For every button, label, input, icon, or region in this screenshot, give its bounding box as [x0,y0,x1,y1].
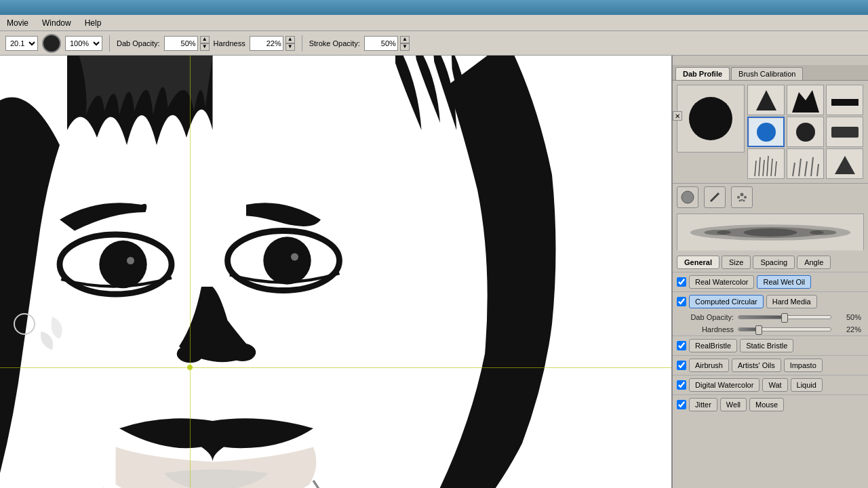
panel-hardness-label: Hardness [679,325,734,333]
scatter-brush-icon[interactable] [731,186,753,208]
zoom-select[interactable]: 100% [65,36,102,51]
tab-spacing[interactable]: Spacing [753,256,795,269]
jitter-checkbox[interactable] [677,400,686,409]
panel-dab-opacity-value: 50% [835,313,861,321]
hardness-input[interactable] [250,36,283,51]
svg-point-6 [291,253,298,261]
dab-opacity-thumb[interactable] [781,313,788,323]
tab-size[interactable]: Size [722,256,751,269]
panel-close-button[interactable]: ✕ [673,111,682,121]
real-watercolor-button[interactable]: Real Watercolor [689,275,754,289]
svg-point-39 [737,196,740,199]
row-bristle: RealBristle Static Bristle [673,336,868,355]
mouse-button[interactable]: Mouse [749,398,784,411]
crosshair-horizontal [0,367,671,368]
dab-opacity-spinner[interactable]: ▲ ▼ [200,36,210,51]
real-bristle-button[interactable]: RealBristle [689,339,737,352]
title-bar [0,0,868,15]
stroke-opacity-up[interactable]: ▲ [400,36,410,43]
hardness-spinner[interactable]: ▲ ▼ [285,36,295,51]
real-watercolor-checkbox[interactable] [677,277,686,287]
svg-point-42 [741,199,743,201]
jitter-button[interactable]: Jitter [689,398,717,411]
dab-opacity-up[interactable]: ▲ [200,36,210,43]
hardness-up[interactable]: ▲ [285,36,295,43]
brush-thumb-1[interactable] [747,85,785,115]
divider1 [109,35,110,52]
digital-watercolor-button[interactable]: Digital Watercolor [689,378,760,392]
brush-thumb-5[interactable] [787,117,824,147]
row-digital-watercolor: Digital Watercolor Wat Liquid [673,375,868,394]
dab-opacity-input[interactable] [164,36,198,51]
canvas-area[interactable] [0,56,671,488]
menu-window[interactable]: Window [38,17,75,29]
circle-brush-icon[interactable] [677,186,698,208]
toolbar: 20.1 100% Dab Opacity: ▲ ▼ Hardness ▲ ▼ … [0,31,868,56]
menu-movie[interactable]: Movie [3,17,33,29]
svg-point-49 [704,230,730,235]
svg-line-38 [711,193,719,201]
brush-thumb-8[interactable] [787,148,824,179]
brush-thumb-9[interactable] [826,148,863,179]
liquid-button[interactable]: Liquid [791,378,823,392]
brush-large-preview [677,85,745,152]
tab-angle[interactable]: Angle [797,256,831,269]
real-bristle-checkbox[interactable] [677,341,686,350]
svg-rect-21 [831,127,859,138]
hardness-row: Hardness 22% [673,323,868,336]
dab-opacity-row: Dab Opacity: 50% [673,311,868,323]
impasto-button[interactable]: Impasto [784,359,823,372]
stroke-opacity-down[interactable]: ▼ [400,43,410,51]
dab-opacity-track[interactable] [738,315,831,319]
menu-help[interactable]: Help [81,17,106,29]
svg-point-5 [263,237,311,284]
artists-oils-button[interactable]: Artists' Oils [732,359,781,372]
dab-opacity-down[interactable]: ▼ [200,43,210,51]
stroke-opacity-input[interactable] [364,36,398,51]
brush-thumb-4[interactable] [747,117,785,147]
svg-point-3 [127,257,134,264]
brush-thumb-3[interactable] [826,85,863,115]
row-airbrush: Airbrush Artists' Oils Impasto [673,355,868,375]
hardness-group: ▲ ▼ [250,36,295,51]
svg-point-44 [743,200,745,202]
svg-point-19 [796,123,815,142]
tab-general[interactable]: General [677,256,719,269]
static-bristle-button[interactable]: Static Bristle [740,339,793,352]
slash-brush-icon[interactable] [704,186,726,208]
computed-circular-checkbox[interactable] [677,297,686,306]
panel-hardness-value: 22% [835,325,861,333]
brush-profile-area [673,81,868,183]
brush-type-row [673,183,868,211]
tab-dab-profile[interactable]: Dab Profile [675,67,730,80]
hardness-down[interactable]: ▼ [285,43,295,51]
stroke-opacity-spinner[interactable]: ▲ ▼ [400,36,410,51]
divider2 [302,35,302,52]
hard-media-button[interactable]: Hard Media [766,295,817,308]
svg-point-43 [739,200,741,202]
layer-select-group: 20.1 [5,36,38,51]
tab-brush-calibration[interactable]: Brush Calibration [731,67,803,80]
row-jitter: Jitter Well Mouse [673,394,868,414]
layer-select[interactable]: 20.1 [5,36,38,51]
svg-point-8 [229,344,256,361]
brush-thumb-7[interactable] [747,148,785,179]
airbrush-checkbox[interactable] [677,361,686,370]
brush-thumb-6[interactable] [826,117,863,147]
main-area: ✕ Dab Profile Brush Calibration [0,56,868,488]
computed-circular-button[interactable]: Computed Circular [689,295,764,308]
svg-point-41 [744,196,747,199]
digital-watercolor-checkbox[interactable] [677,380,686,390]
real-wet-oil-button[interactable]: Real Wet Oil [757,275,811,289]
airbrush-button[interactable]: Airbrush [689,359,729,372]
svg-rect-15 [831,99,859,106]
hardness-label: Hardness [214,39,245,47]
well-button[interactable]: Well [720,398,747,411]
wat-button[interactable]: Wat [762,378,787,392]
brush-thumb-2[interactable] [787,85,824,115]
svg-point-2 [99,241,146,288]
hardness-track[interactable] [738,327,831,331]
hardness-thumb[interactable] [755,325,762,335]
right-panel: ✕ Dab Profile Brush Calibration [671,56,868,488]
svg-point-9 [689,97,732,140]
